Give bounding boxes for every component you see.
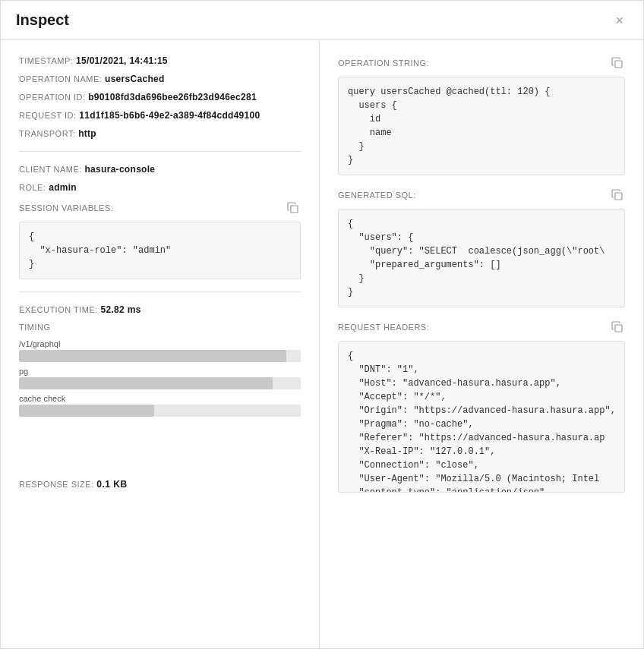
operation-name-value: usersCached [105, 74, 165, 84]
request-headers-code: { "DNT": "1", "Host": "advanced-hasura.h… [338, 341, 625, 493]
svg-rect-3 [615, 325, 622, 332]
timing-bar-pg: pg [19, 367, 301, 389]
copy-operation-string-button[interactable] [610, 55, 625, 71]
generated-sql-label: GENERATED SQL: [338, 191, 416, 200]
request-headers-section: REQUEST HEADERS: [338, 320, 625, 335]
copy-generated-sql-button[interactable] [610, 187, 625, 203]
copy-icon [611, 189, 623, 201]
svg-rect-1 [615, 61, 622, 68]
client-name-value: hasura-console [84, 164, 155, 175]
client-name-row: CLIENT NAME: hasura-console [19, 164, 301, 175]
modal-header: Inspect × [1, 1, 643, 40]
timestamp-value: 15/01/2021, 14:41:15 [76, 55, 168, 66]
copy-session-variables-button[interactable] [286, 200, 301, 216]
svg-rect-2 [615, 193, 622, 200]
close-button[interactable]: × [611, 12, 628, 29]
timestamp-row: TIMESTAMP: 15/01/2021, 14:41:15 [19, 55, 301, 66]
role-value: admin [49, 182, 77, 193]
request-headers-label: REQUEST HEADERS: [338, 323, 429, 332]
operation-id-row: OPERATION ID: b90108fd3da696bee26fb23d94… [19, 92, 301, 102]
operation-string-code: query usersCached @cached(ttl: 120) { us… [338, 77, 625, 175]
execution-time-row: EXECUTION TIME: 52.82 ms [19, 304, 301, 315]
execution-time-label: EXECUTION TIME: [19, 305, 98, 314]
client-name-label: CLIENT NAME: [19, 165, 82, 174]
timing-bar-graphql: /v1/graphql [19, 339, 301, 362]
modal-title: Inspect [16, 11, 69, 29]
svg-rect-0 [291, 206, 298, 213]
timing-section: TIMING /v1/graphql pg cache check [19, 323, 301, 417]
operation-id-label: OPERATION ID: [19, 93, 86, 102]
operation-string-section: OPERATION STRING: [338, 55, 625, 71]
session-variables-code: { "x-hasura-role": "admin" } [19, 222, 301, 279]
operation-id-value: b90108fd3da696bee26fb23d946ec281 [88, 92, 257, 102]
request-id-value: 11d1f185-b6b6-49e2-a389-4f84cdd49100 [79, 110, 260, 121]
copy-icon [611, 57, 623, 69]
response-size-label: RESPONSE SIZE: [19, 480, 94, 489]
timestamp-label: TIMESTAMP: [19, 56, 73, 65]
left-panel: TIMESTAMP: 15/01/2021, 14:41:15 OPERATIO… [1, 40, 320, 648]
session-variables-label: SESSION VARIABLES: [19, 203, 113, 213]
operation-name-row: OPERATION NAME: usersCached [19, 74, 301, 84]
role-label: ROLE: [19, 183, 46, 192]
response-size-value: 0.1 kB [96, 479, 127, 490]
divider-1 [19, 151, 301, 152]
timing-bar-pg-fill [19, 377, 273, 389]
modal-body: TIMESTAMP: 15/01/2021, 14:41:15 OPERATIO… [1, 40, 643, 648]
timing-bar-cache: cache check [19, 394, 301, 417]
timing-bar-cache-track [19, 405, 301, 417]
timing-bar-cache-fill [19, 405, 154, 417]
right-panel: OPERATION STRING: query usersCached @cac… [320, 40, 643, 648]
timing-bar-graphql-track [19, 350, 301, 362]
operation-string-label: OPERATION STRING: [338, 58, 429, 68]
request-id-label: REQUEST ID: [19, 111, 77, 120]
response-size-row: RESPONSE SIZE: 0.1 kB [19, 479, 301, 490]
execution-time-value: 52.82 ms [101, 304, 141, 315]
generated-sql-section: GENERATED SQL: [338, 187, 625, 203]
transport-label: TRANSPORT: [19, 129, 75, 138]
transport-value: http [78, 128, 96, 139]
request-id-row: REQUEST ID: 11d1f185-b6b6-49e2-a389-4f84… [19, 110, 301, 121]
divider-2 [19, 291, 301, 292]
role-row: ROLE: admin [19, 182, 301, 193]
operation-name-label: OPERATION NAME: [19, 74, 102, 83]
copy-icon [611, 321, 623, 333]
timing-bar-cache-label: cache check [19, 394, 301, 403]
timing-bar-graphql-label: /v1/graphql [19, 339, 301, 348]
timing-bar-graphql-fill [19, 350, 286, 362]
copy-request-headers-button[interactable] [610, 320, 625, 335]
timing-title: TIMING [19, 323, 301, 332]
timing-bar-pg-label: pg [19, 367, 301, 376]
generated-sql-code: { "users": { "query": "SELECT coalesce(j… [338, 209, 625, 307]
session-variables-section: SESSION VARIABLES: [19, 200, 301, 216]
transport-row: TRANSPORT: http [19, 128, 301, 139]
timing-bar-pg-track [19, 377, 301, 389]
inspect-modal: Inspect × TIMESTAMP: 15/01/2021, 14:41:1… [0, 0, 644, 649]
copy-icon [287, 202, 299, 214]
